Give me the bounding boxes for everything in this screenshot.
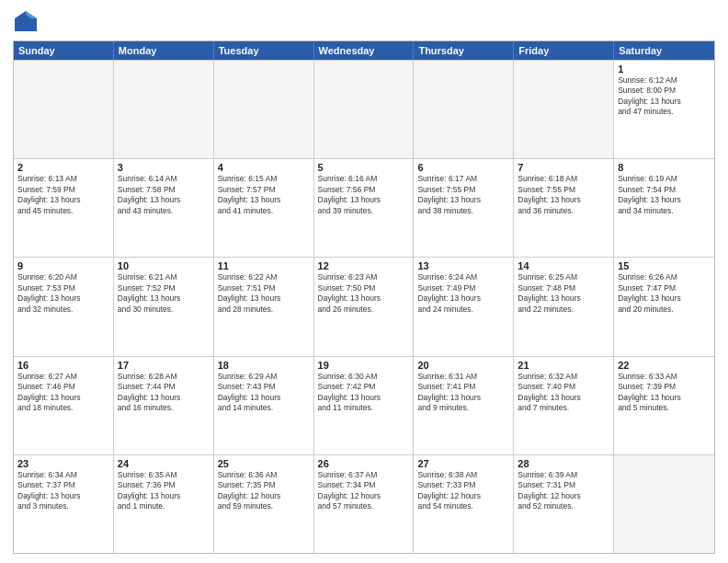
day-number: 25 [218,458,310,469]
cell-info: Sunrise: 6:12 AM Sunset: 8:00 PM Dayligh… [618,75,711,118]
cell-info: Sunrise: 6:19 AM Sunset: 7:54 PM Dayligh… [618,174,711,216]
cell-info: Sunrise: 6:20 AM Sunset: 7:53 PM Dayligh… [17,272,109,315]
cell-info: Sunrise: 6:18 AM Sunset: 7:55 PM Dayligh… [518,174,609,216]
cell-info: Sunrise: 6:16 AM Sunset: 7:56 PM Dayligh… [318,174,410,216]
day-number: 20 [417,360,509,371]
cal-row-0: 1Sunrise: 6:12 AM Sunset: 8:00 PM Daylig… [14,60,714,158]
header [13,9,715,35]
day-number: 10 [118,260,210,271]
day-number: 17 [118,360,210,371]
day-number: 15 [618,260,711,271]
cal-cell [14,61,114,158]
cal-cell: 28Sunrise: 6:39 AM Sunset: 7:31 PM Dayli… [514,455,614,553]
cal-cell: 13Sunrise: 6:24 AM Sunset: 7:49 PM Dayli… [414,258,514,355]
day-number: 5 [318,162,410,173]
day-number: 6 [417,162,509,173]
logo-icon [13,9,39,35]
day-number: 19 [318,360,410,371]
day-number: 26 [318,458,410,469]
cell-info: Sunrise: 6:23 AM Sunset: 7:50 PM Dayligh… [318,272,410,315]
cal-cell: 10Sunrise: 6:21 AM Sunset: 7:52 PM Dayli… [114,258,214,355]
cal-cell [114,61,214,158]
day-number: 22 [618,360,711,371]
cal-row-1: 2Sunrise: 6:13 AM Sunset: 7:59 PM Daylig… [14,158,714,257]
cal-cell: 8Sunrise: 6:19 AM Sunset: 7:54 PM Daylig… [614,159,714,257]
cal-cell: 24Sunrise: 6:35 AM Sunset: 7:36 PM Dayli… [114,455,214,553]
day-number: 9 [17,260,109,271]
day-number: 21 [518,360,609,371]
cal-cell: 12Sunrise: 6:23 AM Sunset: 7:50 PM Dayli… [314,258,415,355]
day-number: 24 [118,458,210,469]
header-day-sunday: Sunday [14,41,114,60]
cell-info: Sunrise: 6:34 AM Sunset: 7:37 PM Dayligh… [17,470,109,512]
cal-cell: 9Sunrise: 6:20 AM Sunset: 7:53 PM Daylig… [14,258,114,355]
cal-cell: 14Sunrise: 6:25 AM Sunset: 7:48 PM Dayli… [514,258,614,355]
cell-info: Sunrise: 6:15 AM Sunset: 7:57 PM Dayligh… [218,174,310,216]
header-day-monday: Monday [114,41,214,60]
day-number: 3 [118,162,210,173]
cell-info: Sunrise: 6:24 AM Sunset: 7:49 PM Dayligh… [417,272,509,315]
cal-cell: 22Sunrise: 6:33 AM Sunset: 7:39 PM Dayli… [614,357,714,454]
cell-info: Sunrise: 6:39 AM Sunset: 7:31 PM Dayligh… [518,470,609,512]
cell-info: Sunrise: 6:31 AM Sunset: 7:41 PM Dayligh… [417,372,509,414]
day-number: 4 [218,162,310,173]
cell-info: Sunrise: 6:22 AM Sunset: 7:51 PM Dayligh… [218,272,310,315]
day-number: 8 [618,162,711,173]
cal-row-2: 9Sunrise: 6:20 AM Sunset: 7:53 PM Daylig… [14,257,714,355]
day-number: 11 [218,260,310,271]
cell-info: Sunrise: 6:28 AM Sunset: 7:44 PM Dayligh… [118,372,210,414]
cell-info: Sunrise: 6:21 AM Sunset: 7:52 PM Dayligh… [118,272,210,315]
page: SundayMondayTuesdayWednesdayThursdayFrid… [0,0,728,563]
cal-cell: 16Sunrise: 6:27 AM Sunset: 7:46 PM Dayli… [14,357,114,454]
cell-info: Sunrise: 6:33 AM Sunset: 7:39 PM Dayligh… [618,372,711,414]
cal-cell: 3Sunrise: 6:14 AM Sunset: 7:58 PM Daylig… [114,159,214,257]
cell-info: Sunrise: 6:14 AM Sunset: 7:58 PM Dayligh… [118,174,210,216]
day-number: 7 [518,162,609,173]
cal-cell [614,455,714,553]
day-number: 12 [318,260,410,271]
cell-info: Sunrise: 6:36 AM Sunset: 7:35 PM Dayligh… [218,470,310,512]
calendar: SundayMondayTuesdayWednesdayThursdayFrid… [13,40,715,554]
cell-info: Sunrise: 6:25 AM Sunset: 7:48 PM Dayligh… [518,272,609,315]
cal-row-3: 16Sunrise: 6:27 AM Sunset: 7:46 PM Dayli… [14,356,714,454]
header-day-wednesday: Wednesday [314,41,415,60]
day-number: 14 [518,260,609,271]
header-day-thursday: Thursday [414,41,514,60]
cal-cell: 23Sunrise: 6:34 AM Sunset: 7:37 PM Dayli… [14,455,114,553]
cal-cell: 19Sunrise: 6:30 AM Sunset: 7:42 PM Dayli… [314,357,415,454]
day-number: 2 [17,162,109,173]
day-number: 16 [17,360,109,371]
cal-cell [214,61,314,158]
cal-cell: 17Sunrise: 6:28 AM Sunset: 7:44 PM Dayli… [114,357,214,454]
calendar-body: 1Sunrise: 6:12 AM Sunset: 8:00 PM Daylig… [14,60,714,553]
cal-cell: 15Sunrise: 6:26 AM Sunset: 7:47 PM Dayli… [614,258,714,355]
cal-cell: 6Sunrise: 6:17 AM Sunset: 7:55 PM Daylig… [414,159,514,257]
cal-row-4: 23Sunrise: 6:34 AM Sunset: 7:37 PM Dayli… [14,454,714,553]
day-number: 23 [17,458,109,469]
cal-cell: 27Sunrise: 6:38 AM Sunset: 7:33 PM Dayli… [414,455,514,553]
cal-cell: 5Sunrise: 6:16 AM Sunset: 7:56 PM Daylig… [314,159,415,257]
header-day-tuesday: Tuesday [214,41,314,60]
cal-cell: 25Sunrise: 6:36 AM Sunset: 7:35 PM Dayli… [214,455,314,553]
cal-cell: 7Sunrise: 6:18 AM Sunset: 7:55 PM Daylig… [514,159,614,257]
cell-info: Sunrise: 6:13 AM Sunset: 7:59 PM Dayligh… [17,174,109,216]
cell-info: Sunrise: 6:26 AM Sunset: 7:47 PM Dayligh… [618,272,711,315]
cell-info: Sunrise: 6:17 AM Sunset: 7:55 PM Dayligh… [417,174,509,216]
day-number: 18 [218,360,310,371]
cal-cell: 1Sunrise: 6:12 AM Sunset: 8:00 PM Daylig… [614,61,714,158]
cal-cell: 11Sunrise: 6:22 AM Sunset: 7:51 PM Dayli… [214,258,314,355]
cell-info: Sunrise: 6:32 AM Sunset: 7:40 PM Dayligh… [518,372,609,414]
header-day-friday: Friday [514,41,614,60]
cell-info: Sunrise: 6:35 AM Sunset: 7:36 PM Dayligh… [118,470,210,512]
day-number: 27 [417,458,509,469]
day-number: 28 [518,458,609,469]
cal-cell: 20Sunrise: 6:31 AM Sunset: 7:41 PM Dayli… [414,357,514,454]
cal-cell [414,61,514,158]
cal-cell [314,61,415,158]
cal-cell: 4Sunrise: 6:15 AM Sunset: 7:57 PM Daylig… [214,159,314,257]
cell-info: Sunrise: 6:37 AM Sunset: 7:34 PM Dayligh… [318,470,410,512]
cal-cell: 18Sunrise: 6:29 AM Sunset: 7:43 PM Dayli… [214,357,314,454]
cal-cell: 2Sunrise: 6:13 AM Sunset: 7:59 PM Daylig… [14,159,114,257]
logo [13,9,42,35]
cal-cell: 26Sunrise: 6:37 AM Sunset: 7:34 PM Dayli… [314,455,415,553]
